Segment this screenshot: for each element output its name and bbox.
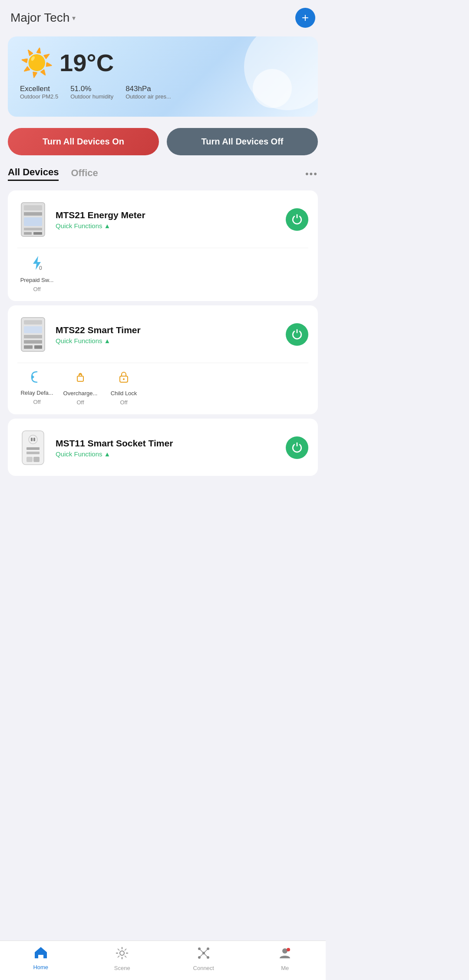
function-child-lock: Child Lock Off: [104, 370, 143, 406]
turn-all-off-button[interactable]: Turn AIl Devices Off: [167, 128, 318, 155]
device-name-mst11: MST11 Smart Socket Timer: [56, 438, 279, 449]
device-name-mts22: MTS22 Smart Timer: [56, 325, 279, 335]
pressure-value: 843hPa: [126, 85, 171, 93]
svg-rect-14: [24, 345, 33, 349]
overcharge-icon: [73, 370, 87, 387]
child-lock-icon: [117, 370, 131, 387]
svg-rect-12: [24, 335, 42, 338]
svg-rect-1: [24, 205, 42, 210]
relay-icon: [30, 370, 44, 387]
power-button-mst11[interactable]: [286, 436, 308, 459]
app-header: Major Tech ▾ +: [0, 0, 326, 33]
svg-rect-17: [77, 376, 83, 381]
relay-default-value: Off: [33, 399, 40, 405]
device-card-mts22: MTS22 Smart Timer Quick Functions ▲ Rela…: [8, 305, 318, 414]
chevron-up-icon: ▲: [104, 450, 111, 458]
device-tabs: All Devices Office •••: [0, 163, 326, 186]
svg-rect-10: [24, 320, 42, 324]
power-button-mts21[interactable]: [286, 208, 308, 231]
child-lock-label: Child Lock: [111, 390, 137, 397]
svg-rect-6: [33, 232, 42, 235]
chevron-down-icon: ▾: [72, 14, 76, 22]
function-prepaid-sw: 0 Prepaid Sw... Off: [17, 255, 56, 292]
quick-functions-mts21[interactable]: Quick Functions ▲: [56, 222, 279, 229]
pm25-stat: Excellent Outdoor PM2.5: [20, 85, 58, 100]
more-options-icon[interactable]: •••: [305, 168, 318, 180]
mst11-device-icon: [20, 430, 46, 465]
svg-rect-28: [33, 457, 40, 462]
svg-rect-26: [26, 452, 40, 454]
humidity-stat: 51.0% Outdoor humidity: [70, 85, 113, 100]
pm25-value: Excellent: [20, 85, 58, 93]
svg-rect-25: [26, 447, 40, 450]
temperature-display: 19°C: [59, 49, 114, 77]
home-selector[interactable]: Major Tech ▾: [10, 11, 76, 25]
humidity-value: 51.0%: [70, 85, 113, 93]
device-info-mts21: MTS21 Energy Meter Quick Functions ▲: [56, 210, 279, 229]
tab-all-devices[interactable]: All Devices: [8, 167, 59, 181]
function-relay-default: Relay Defa... Off: [17, 370, 56, 406]
mts22-device-icon: [20, 317, 46, 352]
home-title: Major Tech: [10, 11, 69, 25]
svg-rect-24: [33, 438, 35, 441]
device-info-mts22: MTS22 Smart Timer Quick Functions ▲: [56, 325, 279, 344]
device-card-mts21: MTS21 Energy Meter Quick Functions ▲ 0 P…: [8, 190, 318, 301]
function-overcharge: Overcharge... Off: [61, 370, 100, 406]
add-button[interactable]: +: [295, 8, 315, 28]
weather-card: ☀️ 19°C Excellent Outdoor PM2.5 51.0% Ou…: [8, 36, 318, 117]
tab-office[interactable]: Office: [71, 167, 98, 180]
pm25-label: Outdoor PM2.5: [20, 93, 58, 100]
device-image-mst11: [17, 428, 49, 467]
svg-rect-5: [24, 232, 32, 235]
device-functions-mts22: Relay Defa... Off Overcharge... Off Chil…: [17, 363, 308, 406]
device-card-mst11: MST11 Smart Socket Timer Quick Functions…: [8, 419, 318, 476]
pressure-label: Outdoor air pres...: [126, 93, 171, 100]
chevron-up-icon: ▲: [104, 337, 111, 344]
pressure-stat: 843hPa Outdoor air pres...: [126, 85, 171, 100]
svg-point-20: [123, 378, 125, 380]
prepaid-sw-value: Off: [33, 286, 40, 292]
device-controls: Turn All Devices On Turn AIl Devices Off: [0, 120, 326, 163]
svg-rect-27: [26, 457, 33, 462]
overcharge-value: Off: [76, 399, 84, 406]
svg-rect-13: [24, 340, 42, 344]
lightning-icon: 0: [30, 255, 43, 274]
humidity-label: Outdoor humidity: [70, 93, 113, 100]
child-lock-value: Off: [120, 399, 127, 406]
svg-rect-3: [24, 217, 42, 226]
quick-functions-mts22[interactable]: Quick Functions ▲: [56, 337, 279, 344]
power-button-mts22[interactable]: [286, 323, 308, 346]
svg-rect-2: [24, 212, 42, 216]
turn-all-on-button[interactable]: Turn All Devices On: [8, 128, 159, 155]
device-functions-mts21: 0 Prepaid Sw... Off: [17, 248, 308, 292]
svg-rect-4: [24, 228, 42, 230]
weather-icon: ☀️: [20, 49, 53, 76]
svg-marker-16: [32, 374, 34, 380]
device-info-mst11: MST11 Smart Socket Timer Quick Functions…: [56, 438, 279, 458]
svg-rect-23: [31, 438, 33, 441]
svg-text:0: 0: [39, 265, 42, 271]
device-image-mts22: [17, 315, 49, 354]
chevron-up-icon: ▲: [104, 222, 111, 229]
relay-default-label: Relay Defa...: [20, 390, 53, 396]
overcharge-label: Overcharge...: [63, 390, 98, 397]
quick-functions-mst11[interactable]: Quick Functions ▲: [56, 450, 279, 458]
mts21-device-icon: [20, 202, 46, 237]
svg-rect-15: [34, 345, 42, 349]
prepaid-sw-label: Prepaid Sw...: [20, 277, 54, 283]
device-name-mts21: MTS21 Energy Meter: [56, 210, 279, 220]
device-image-mts21: [17, 200, 49, 239]
svg-rect-11: [24, 326, 42, 333]
